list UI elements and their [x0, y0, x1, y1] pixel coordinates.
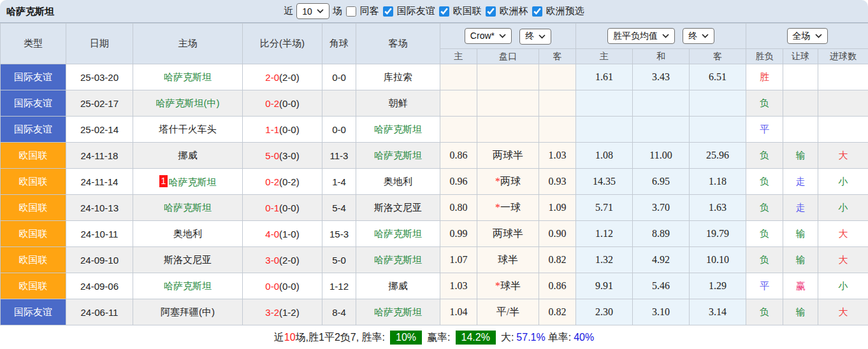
chevron-down-icon: [499, 34, 506, 38]
handicap-away-odds-cell: 0.86: [539, 273, 576, 299]
result-cell: 平: [746, 273, 783, 299]
handicap-line-cell: 球半: [477, 247, 539, 273]
col-away-header: 客场: [356, 24, 440, 64]
avg-home-odds-cell: 5.71: [576, 195, 633, 221]
odds-company-select[interactable]: Crow*: [465, 28, 512, 44]
avg-home-odds-cell: 1.12: [576, 221, 633, 247]
match-row: 国际友谊24-06-11阿塞拜疆(中)3-2(1-2)8-4哈萨克斯坦1.04平…: [1, 299, 868, 325]
rank-badge: 1: [159, 175, 168, 187]
col-home-header: 主场: [133, 24, 243, 64]
odds-time-select[interactable]: 终: [519, 29, 551, 45]
match-date-cell: 24-09-06: [66, 273, 133, 299]
score-cell: 2-0(2-0): [243, 64, 322, 90]
match-row: 国际友谊25-02-14塔什干火车头1-1(0-0)0-0哈萨克斯坦平: [1, 117, 868, 143]
same-venue-checkbox[interactable]: [346, 6, 356, 17]
match-type-cell: 欧国联: [1, 273, 66, 299]
home-team-name: 哈萨克斯坦(中): [156, 97, 220, 108]
corner-cell: 0-0: [322, 117, 356, 143]
chevron-down-icon: [539, 34, 546, 39]
home-team-name: 挪威: [178, 150, 198, 160]
match-type-cell: 欧国联: [1, 195, 66, 221]
away-team-name: 哈萨克斯坦: [374, 306, 422, 317]
filter-euro-qualifier-checkbox[interactable]: [532, 6, 542, 17]
result-cell: 负: [746, 169, 783, 195]
star-mark: *: [495, 280, 500, 291]
goals-result-cell: 小: [818, 195, 868, 221]
subcol-goals-header: 进球数: [818, 49, 868, 64]
handicap-line-cell: [477, 64, 539, 90]
home-team-name: 哈萨克斯坦: [168, 176, 216, 187]
away-team-cell: 挪威: [356, 273, 440, 299]
away-team-cell: 库拉索: [356, 64, 440, 90]
handicap-line: 两球半: [493, 150, 523, 160]
avg-away-odds-cell: [690, 90, 746, 117]
team-title: 哈萨克斯坦: [6, 0, 54, 23]
letgoal-result-cell: 输: [783, 299, 818, 325]
score-cell: 0-2(0-2): [243, 169, 322, 195]
recent-count-select[interactable]: 10: [296, 3, 329, 19]
win-odds-label: 赢率:: [427, 331, 450, 345]
goals-result-cell: 大: [818, 247, 868, 273]
big-rate: 57.1%: [516, 332, 545, 343]
home-team-cell: 1哈萨克斯坦: [133, 169, 243, 195]
halftime-score: (0-0): [279, 281, 300, 292]
match-date-cell: 24-09-10: [66, 247, 133, 273]
corner-cell: 11-3: [322, 143, 356, 169]
away-team-name: 哈萨克斯坦: [374, 228, 422, 239]
handicap-line-cell: *一球: [477, 195, 539, 221]
match-type-cell: 国际友谊: [1, 64, 66, 90]
handicap-home-odds-cell: [440, 90, 477, 117]
avg-home-odds-cell: 9.91: [576, 273, 633, 299]
score-cell: 1-1(0-0): [243, 117, 322, 143]
goals-result-cell: 大: [818, 299, 868, 325]
match-row: 欧国联24-09-06哈萨克斯坦0-0(0-0)1-12挪威1.03*球半0.8…: [1, 273, 868, 299]
handicap-away-odds-cell: 1.09: [539, 195, 576, 221]
filter-friendly-checkbox[interactable]: [383, 6, 393, 17]
handicap-line-cell: 两球半: [477, 143, 539, 169]
home-team-name: 哈萨克斯坦: [164, 202, 212, 213]
result-cell: 负: [746, 221, 783, 247]
handicap-away-odds-cell: [539, 90, 576, 117]
away-team-cell: 哈萨克斯坦: [356, 247, 440, 273]
avg-header-group: 胜平负均值 终: [576, 24, 746, 49]
avg-home-odds-cell: 1.32: [576, 247, 633, 273]
scope-select[interactable]: 全场: [787, 28, 828, 44]
summary-bar: 近10场,胜1平2负7, 胜率: 10% 赢率: 14.2% 大:57.1% 单…: [0, 325, 868, 349]
away-team-cell: 奥地利: [356, 169, 440, 195]
match-row: 欧国联24-09-10斯洛文尼亚3-0(2-0)5-0哈萨克斯坦1.07球半0.…: [1, 247, 868, 273]
match-row: 国际友谊25-03-20哈萨克斯坦2-0(2-0)0-0库拉索1.613.436…: [1, 64, 868, 90]
halftime-score: (0-0): [279, 98, 300, 109]
avg-away-odds-cell: 6.51: [690, 64, 746, 90]
home-team-name: 塔什干火车头: [159, 124, 217, 134]
away-team-name: 哈萨克斯坦: [374, 150, 422, 160]
avg-time-select[interactable]: 终: [683, 28, 714, 44]
filter-euro-checkbox[interactable]: [486, 6, 496, 17]
goals-result-cell: [818, 117, 868, 143]
letgoal-result-cell: [783, 90, 818, 117]
subcol-letgoal-header: 让球: [783, 49, 818, 64]
away-team-cell: 哈萨克斯坦: [356, 143, 440, 169]
match-stats-panel: 哈萨克斯坦 近 10 场 同客 国际友谊 欧国联 欧洲杯 欧洲预选: [0, 0, 868, 349]
match-date-cell: 24-11-18: [66, 143, 133, 169]
result-cell: 平: [746, 117, 783, 143]
filter-nations-league-checkbox[interactable]: [439, 6, 449, 17]
avg-home-odds-cell: 2.30: [576, 299, 633, 325]
avg-type-select[interactable]: 胜平负均值: [607, 28, 675, 44]
avg-away-odds-cell: [690, 117, 746, 143]
fulltime-score: 3-0: [265, 255, 279, 266]
col-score-header: 比分(半场): [243, 24, 322, 64]
goals-result-cell: 小: [818, 169, 868, 195]
avg-away-odds-cell: 3.14: [690, 299, 746, 325]
match-date-cell: 24-10-11: [66, 221, 133, 247]
handicap-line-cell: [477, 117, 539, 143]
home-team-cell: 斯洛文尼亚: [133, 247, 243, 273]
home-team-cell: 挪威: [133, 143, 243, 169]
avg-home-odds-cell: 1.61: [576, 64, 633, 90]
score-cell: 0-0(0-0): [243, 273, 322, 299]
handicap-line-cell: 两球半: [477, 221, 539, 247]
win-odds-badge: 14.2%: [456, 331, 496, 345]
handicap-home-odds-cell: 1.04: [440, 299, 477, 325]
away-team-name: 挪威: [389, 280, 408, 291]
avg-home-odds-cell: [576, 117, 633, 143]
avg-away-odds-cell: 1.29: [690, 273, 746, 299]
